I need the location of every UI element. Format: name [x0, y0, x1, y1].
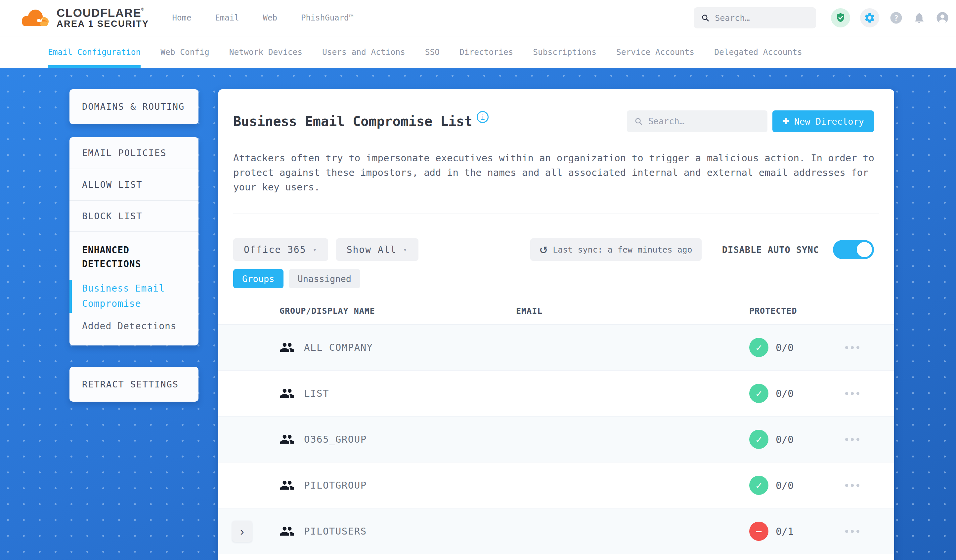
protected-status-badge: − — [749, 522, 769, 541]
tab-groups[interactable]: Groups — [233, 269, 283, 288]
protected-count: 0/0 — [776, 480, 794, 491]
sidebar-item-retract-settings[interactable]: RETRACT SETTINGS — [69, 367, 198, 402]
toggle-knob — [857, 242, 872, 257]
sidebar-policies-card: EMAIL POLICIES ALLOW LIST BLOCK LIST ENH… — [69, 137, 198, 345]
sidebar-section-enhanced-detections: ENHANCED DETECTIONS Business Email Compr… — [69, 231, 198, 332]
account-button[interactable] — [936, 11, 950, 25]
ellipsis-icon — [845, 530, 848, 533]
tab-unassigned[interactable]: Unassigned — [289, 269, 360, 288]
topnav-item[interactable]: Email — [215, 13, 239, 22]
expand-row-button[interactable]: › — [232, 521, 252, 542]
info-icon[interactable]: i — [477, 111, 489, 123]
protected-status-badge: ✓ — [749, 476, 769, 495]
directory-type-select[interactable]: Office 365 ▾ — [233, 238, 328, 261]
tab-service-accounts[interactable]: Service Accounts — [616, 36, 694, 68]
gear-icon — [864, 12, 876, 24]
row-menu-button[interactable] — [845, 527, 859, 536]
cloudflare-logo[interactable]: CLOUDFLARE® AREA 1 SECURITY — [18, 7, 149, 29]
search-icon — [701, 13, 709, 23]
enhanced-detections-heading[interactable]: ENHANCED DETECTIONS — [82, 243, 168, 271]
last-sync-button[interactable]: ↺ Last sync: a few minutes ago — [530, 238, 701, 261]
config-tabs: Email ConfigurationWeb ConfigNetwork Dev… — [0, 36, 956, 68]
sidebar-item-business-email-compromise[interactable]: Business Email Compromise — [69, 281, 189, 311]
tab-email-configuration[interactable]: Email Configuration — [48, 36, 141, 68]
workspace-background: DOMAINS & ROUTING EMAIL POLICIES ALLOW L… — [0, 68, 956, 560]
page-description: Attackers often try to impersonate execu… — [233, 151, 888, 195]
tab-directories[interactable]: Directories — [459, 36, 513, 68]
help-button[interactable]: ? — [889, 11, 903, 25]
protected-count: 0/1 — [776, 525, 794, 537]
avatar-icon — [936, 11, 950, 25]
table-header: GROUP/DISPLAY NAME EMAIL PROTECTED — [219, 306, 894, 324]
table-row[interactable]: › PILOTGROUP ✓ 0/0 — [219, 462, 894, 508]
topbar: CLOUDFLARE® AREA 1 SECURITY HomeEmailWeb… — [0, 0, 956, 36]
question-icon: ? — [889, 11, 903, 25]
topnav-item[interactable]: PhishGuard™ — [301, 13, 354, 22]
table-row[interactable]: › LIST ✓ 0/0 — [219, 370, 894, 416]
sidebar-item-email-policies[interactable]: EMAIL POLICIES — [69, 137, 198, 169]
show-filter-select[interactable]: Show All ▾ — [336, 238, 418, 261]
view-tabs: Groups Unassigned — [233, 269, 879, 288]
group-icon — [280, 386, 295, 401]
directory-search-input[interactable] — [648, 116, 760, 126]
row-name: ALL COMPANY — [304, 342, 373, 353]
last-sync-label: Last sync: a few minutes ago — [553, 245, 692, 254]
column-email: EMAIL — [516, 306, 749, 316]
row-menu-button[interactable] — [845, 435, 859, 444]
chevron-down-icon: ▾ — [313, 246, 318, 254]
shield-check-icon — [835, 12, 846, 24]
sidebar-item-block-list[interactable]: BLOCK LIST — [69, 200, 198, 231]
security-status-button[interactable] — [831, 8, 850, 27]
tab-subscriptions[interactable]: Subscriptions — [533, 36, 596, 68]
sidebar-item-allow-list[interactable]: ALLOW LIST — [69, 169, 198, 200]
ellipsis-icon — [845, 346, 848, 349]
ellipsis-icon — [845, 484, 848, 487]
controls-row: Office 365 ▾ Show All ▾ ↺ Last sync: a f… — [233, 238, 874, 261]
ellipsis-icon — [845, 392, 848, 395]
group-icon — [280, 432, 295, 447]
sidebar-item-domains-routing[interactable]: DOMAINS & ROUTING — [69, 89, 198, 124]
tab-network-devices[interactable]: Network Devices — [229, 36, 302, 68]
tab-delegated-accounts[interactable]: Delegated Accounts — [714, 36, 802, 68]
global-search-input[interactable] — [715, 13, 809, 23]
tab-users-and-actions[interactable]: Users and Actions — [322, 36, 405, 68]
tab-web-config[interactable]: Web Config — [160, 36, 209, 68]
directory-search[interactable] — [627, 110, 767, 132]
row-name: PILOTUSERS — [304, 525, 367, 537]
auto-sync-label: DISABLE AUTO SYNC — [722, 245, 819, 255]
settings-button[interactable] — [860, 8, 879, 27]
sidebar-item-added-detections[interactable]: Added Detections — [82, 321, 189, 332]
page-title: Business Email Compromise List — [233, 114, 472, 129]
cloudflare-cloud-icon — [18, 7, 51, 29]
brand-name: CLOUDFLARE® — [57, 7, 149, 19]
top-navigation: HomeEmailWebPhishGuard™ — [172, 13, 354, 22]
bec-list-panel: Business Email Compromise List i + New D… — [219, 89, 894, 560]
new-directory-button[interactable]: + New Directory — [772, 110, 874, 132]
auto-sync-toggle[interactable] — [833, 240, 874, 259]
row-menu-button[interactable] — [845, 389, 859, 398]
brand-subtitle: AREA 1 SECURITY — [57, 19, 149, 28]
row-menu-button[interactable] — [845, 343, 859, 352]
table-row[interactable]: › PILOTUSERS − 0/1 — [219, 508, 894, 554]
protected-status-badge: ✓ — [749, 338, 769, 357]
column-group-display-name: GROUP/DISPLAY NAME — [280, 306, 516, 316]
tab-sso[interactable]: SSO — [425, 36, 440, 68]
global-search[interactable] — [694, 7, 816, 28]
group-icon — [280, 340, 295, 355]
topnav-item[interactable]: Web — [263, 13, 277, 22]
notifications-button[interactable] — [913, 12, 926, 24]
row-name: O365_GROUP — [304, 434, 367, 445]
topnav-item[interactable]: Home — [172, 13, 192, 22]
panel-header: Business Email Compromise List i + New D… — [219, 110, 894, 132]
refresh-icon: ↺ — [539, 242, 547, 255]
table-row[interactable]: › ALL COMPANY ✓ 0/0 — [219, 324, 894, 370]
plus-icon: + — [782, 114, 789, 128]
row-name: PILOTGROUP — [304, 480, 367, 491]
row-menu-button[interactable] — [845, 481, 859, 490]
topbar-icons: ? — [831, 8, 950, 27]
search-icon — [634, 116, 643, 126]
group-table-body: › ALL COMPANY ✓ 0/0 › LIST ✓ 0/0 — [219, 324, 894, 554]
column-protected: PROTECTED — [749, 306, 894, 316]
row-name: LIST — [304, 388, 329, 399]
table-row[interactable]: › O365_GROUP ✓ 0/0 — [219, 416, 894, 462]
